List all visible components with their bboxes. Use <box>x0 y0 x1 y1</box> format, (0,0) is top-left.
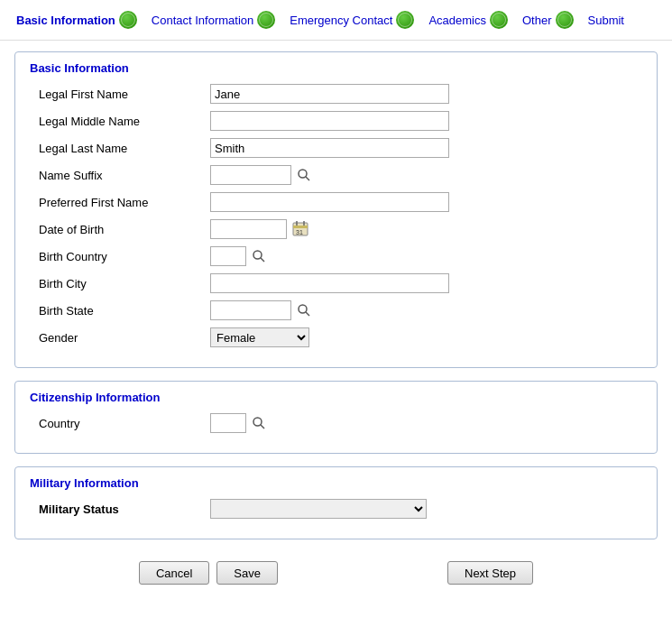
name-suffix-label: Name Suffix <box>30 169 210 182</box>
military-status-control: Active Duty Veteran None <box>210 499 427 519</box>
footer-buttons: Cancel Save Next Step <box>14 552 658 597</box>
birth-country-label: Birth Country <box>30 250 210 263</box>
nav-label-contact-information: Contact Information <box>152 14 253 27</box>
nav-globe-academics <box>490 11 508 29</box>
legal-middle-name-label: Legal Middle Name <box>30 115 210 128</box>
name-suffix-input[interactable] <box>210 165 291 185</box>
svg-point-0 <box>299 170 307 178</box>
military-status-label: Military Status <box>30 502 210 516</box>
citizenship-country-row: Country <box>30 413 642 433</box>
date-of-birth-control: 31 <box>210 219 310 239</box>
main-content: Basic Information Legal First Name Legal… <box>0 41 672 608</box>
svg-point-7 <box>253 251 262 259</box>
birth-country-control <box>210 246 268 266</box>
birth-country-row: Birth Country <box>30 246 642 266</box>
nav-item-other[interactable]: Other <box>515 7 581 32</box>
legal-first-name-label: Legal First Name <box>30 88 210 101</box>
nav-globe-contact-information <box>257 11 275 29</box>
nav-label-emergency-contact: Emergency Contact <box>290 14 392 27</box>
citizenship-country-label: Country <box>30 417 210 430</box>
birth-state-input[interactable] <box>210 300 291 320</box>
military-status-row: Military Status Active Duty Veteran None <box>30 499 642 519</box>
svg-line-8 <box>261 258 264 262</box>
svg-line-10 <box>306 312 309 316</box>
military-information-section: Military Information Military Status Act… <box>14 466 658 539</box>
birth-country-search-button[interactable] <box>250 247 268 265</box>
legal-last-name-input[interactable] <box>210 138 449 158</box>
calendar-icon: 31 <box>292 221 308 237</box>
legal-middle-name-control <box>210 111 449 131</box>
birth-country-input[interactable] <box>210 246 246 266</box>
legal-first-name-control <box>210 84 449 104</box>
birth-city-label: Birth City <box>30 277 210 290</box>
basic-information-title: Basic Information <box>30 61 642 75</box>
legal-last-name-control <box>210 138 449 158</box>
preferred-first-name-control <box>210 192 449 212</box>
legal-last-name-row: Legal Last Name <box>30 138 642 158</box>
svg-line-1 <box>306 177 309 180</box>
svg-rect-3 <box>293 226 308 228</box>
military-status-select[interactable]: Active Duty Veteran None <box>210 499 427 519</box>
citizenship-country-search-button[interactable] <box>250 414 268 432</box>
gender-label: Gender <box>30 331 210 345</box>
birth-state-search-button[interactable] <box>295 301 313 319</box>
nav-globe-basic-information <box>119 11 137 29</box>
gender-select[interactable]: Female Male Other Unknown <box>210 327 309 347</box>
citizenship-information-section: Citizenship Information Country <box>14 381 658 454</box>
military-information-title: Military Information <box>30 476 642 490</box>
svg-point-9 <box>299 305 307 313</box>
birth-city-control <box>210 273 449 293</box>
birth-city-input[interactable] <box>210 273 449 293</box>
search-icon <box>297 303 311 318</box>
gender-control: Female Male Other Unknown <box>210 327 309 347</box>
birth-city-row: Birth City <box>30 273 642 293</box>
citizenship-country-input[interactable] <box>210 413 246 433</box>
preferred-first-name-input[interactable] <box>210 192 449 212</box>
nav-item-basic-information[interactable]: Basic Information <box>9 7 144 32</box>
nav-item-emergency-contact[interactable]: Emergency Contact <box>282 7 421 32</box>
search-icon <box>252 249 266 263</box>
name-suffix-row: Name Suffix <box>30 165 642 185</box>
birth-state-row: Birth State <box>30 300 642 320</box>
nav-item-submit[interactable]: Submit <box>581 10 631 31</box>
search-icon <box>297 168 311 182</box>
date-of-birth-row: Date of Birth 31 <box>30 219 642 239</box>
legal-first-name-input[interactable] <box>210 84 449 104</box>
birth-state-control <box>210 300 313 320</box>
nav-item-contact-information[interactable]: Contact Information <box>144 7 282 32</box>
calendar-button[interactable]: 31 <box>290 220 310 238</box>
nav-globe-other <box>556 11 574 29</box>
gender-row: Gender Female Male Other Unknown <box>30 327 642 347</box>
preferred-first-name-row: Preferred First Name <box>30 192 642 212</box>
citizenship-country-control <box>210 413 268 433</box>
nav-label-other: Other <box>522 14 552 27</box>
nav-label-basic-information: Basic Information <box>16 14 115 27</box>
svg-point-11 <box>253 418 262 426</box>
date-of-birth-input[interactable] <box>210 219 287 239</box>
legal-last-name-label: Legal Last Name <box>30 142 210 155</box>
legal-middle-name-input[interactable] <box>210 111 449 131</box>
cancel-button[interactable]: Cancel <box>139 561 209 585</box>
nav-label-academics: Academics <box>428 14 486 27</box>
date-of-birth-label: Date of Birth <box>30 223 210 236</box>
citizenship-information-title: Citizenship Information <box>30 391 642 404</box>
nav-label-submit: Submit <box>588 14 624 27</box>
svg-line-12 <box>261 425 264 429</box>
legal-middle-name-row: Legal Middle Name <box>30 111 642 131</box>
legal-first-name-row: Legal First Name <box>30 84 642 104</box>
birth-state-label: Birth State <box>30 304 210 318</box>
svg-text:31: 31 <box>296 229 303 235</box>
nav-item-academics[interactable]: Academics <box>421 7 515 32</box>
name-suffix-control <box>210 165 313 185</box>
next-step-button[interactable]: Next Step <box>447 561 533 585</box>
preferred-first-name-label: Preferred First Name <box>30 196 210 209</box>
name-suffix-search-button[interactable] <box>295 166 313 184</box>
nav-globe-emergency-contact <box>396 11 414 29</box>
search-icon <box>252 416 266 430</box>
basic-information-section: Basic Information Legal First Name Legal… <box>14 51 658 368</box>
nav-bar: Basic Information Contact Information Em… <box>0 0 672 41</box>
save-button[interactable]: Save <box>216 561 278 585</box>
